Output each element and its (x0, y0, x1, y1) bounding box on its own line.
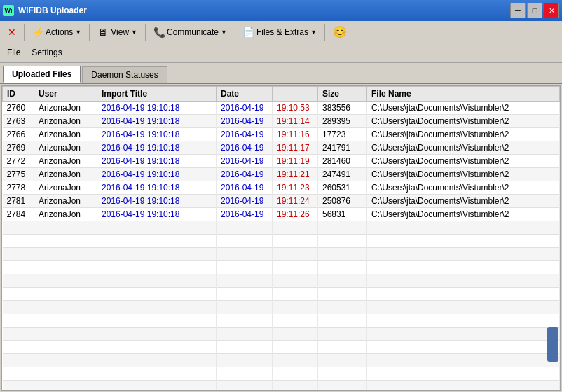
tab-bar: Uploaded Files Daemon Statuses (0, 63, 562, 84)
table-row-empty (3, 274, 560, 288)
cell-user: ArizonaJon (34, 181, 97, 195)
col-header-size: Size (318, 87, 367, 102)
cell-size: 260531 (318, 181, 367, 195)
cell-id: 2769 (3, 141, 34, 155)
view-icon: 🖥 (97, 27, 109, 38)
cell-size: 281460 (318, 155, 367, 168)
window-controls: ─ □ ✕ (510, 3, 559, 18)
cell-time: 19:11:14 (273, 115, 318, 128)
cell-import: 2016-04-19 19:10:18 (97, 181, 217, 195)
cell-id: 2760 (3, 102, 34, 115)
communicate-dropdown-icon: ▼ (221, 29, 227, 36)
menu-files[interactable]: 📄 Files & Extras ▼ (237, 23, 323, 41)
cell-import: 2016-04-19 19:10:18 (97, 155, 217, 168)
tab-daemon-statuses[interactable]: Daemon Statuses (82, 66, 167, 83)
communicate-icon: 📞 (153, 27, 165, 38)
table-header-row: ID User Import Title Date Size File Name (3, 87, 560, 102)
cell-size: 241791 (318, 141, 367, 155)
cell-filename: C:\Users\jta\Documents\Vistumbler\2 (367, 208, 560, 221)
close-button[interactable]: ✕ (544, 3, 559, 18)
cell-filename: C:\Users\jta\Documents\Vistumbler\2 (367, 128, 560, 141)
table-row[interactable]: 2763 ArizonaJon 2016-04-19 19:10:18 2016… (3, 115, 560, 128)
minimize-button[interactable]: ─ (510, 3, 526, 18)
cell-time: 19:11:19 (273, 155, 318, 168)
cell-time: 19:11:23 (273, 181, 318, 195)
table-row-empty (3, 288, 560, 301)
menu-actions-label: Actions (46, 27, 73, 37)
cell-size: 289395 (318, 115, 367, 128)
cell-date: 2016-04-19 (217, 195, 273, 208)
cell-import: 2016-04-19 19:10:18 (97, 208, 217, 221)
menu-smiley[interactable]: 😊 (327, 22, 353, 42)
cell-id: 2784 (3, 208, 34, 221)
table-row-empty (3, 381, 560, 391)
smiley-icon: 😊 (333, 25, 347, 38)
menu-separator-4 (235, 24, 235, 41)
table-row[interactable]: 2766 ArizonaJon 2016-04-19 19:10:18 2016… (3, 128, 560, 141)
cell-date: 2016-04-19 (217, 181, 273, 195)
settings-menu-item[interactable]: Settings (26, 46, 67, 59)
cell-time: 19:11:21 (273, 168, 318, 181)
cell-date: 2016-04-19 (217, 168, 273, 181)
tab-uploaded-files[interactable]: Uploaded Files (3, 66, 81, 83)
file-menu-item[interactable]: File (1, 46, 26, 59)
table-row[interactable]: 2760 ArizonaJon 2016-04-19 19:10:18 2016… (3, 102, 560, 115)
view-dropdown-icon: ▼ (131, 29, 137, 36)
title-bar: Wi WiFiDB Uploader ─ □ ✕ (0, 0, 562, 21)
cell-filename: C:\Users\jta\Documents\Vistumbler\2 (367, 141, 560, 155)
table-row-empty (3, 368, 560, 381)
menu-actions[interactable]: ⚡ Actions ▼ (26, 23, 88, 41)
menu-communicate[interactable]: 📞 Communicate ▼ (147, 23, 233, 41)
cell-user: ArizonaJon (34, 141, 97, 155)
table-row[interactable]: 2772 ArizonaJon 2016-04-19 19:10:18 2016… (3, 155, 560, 168)
cell-date: 2016-04-19 (217, 155, 273, 168)
cell-filename: C:\Users\jta\Documents\Vistumbler\2 (367, 195, 560, 208)
table-row-empty (3, 301, 560, 314)
cell-time: 19:11:16 (273, 128, 318, 141)
data-table: ID User Import Title Date Size File Name… (2, 86, 560, 391)
table-container[interactable]: ID User Import Title Date Size File Name… (1, 85, 561, 391)
cell-user: ArizonaJon (34, 208, 97, 221)
col-header-time (273, 87, 318, 102)
cell-id: 2766 (3, 128, 34, 141)
cell-user: ArizonaJon (34, 115, 97, 128)
cell-filename: C:\Users\jta\Documents\Vistumbler\2 (367, 155, 560, 168)
cell-date: 2016-04-19 (217, 115, 273, 128)
menu-view-label: View (111, 27, 129, 37)
table-row[interactable]: 2778 ArizonaJon 2016-04-19 19:10:18 2016… (3, 181, 560, 195)
cell-date: 2016-04-19 (217, 128, 273, 141)
actions-dropdown-icon: ▼ (75, 29, 81, 36)
cell-filename: C:\Users\jta\Documents\Vistumbler\2 (367, 115, 560, 128)
scroll-handle[interactable] (547, 327, 558, 362)
cell-filename: C:\Users\jta\Documents\Vistumbler\2 (367, 102, 560, 115)
menu-separator-1 (24, 24, 25, 41)
main-content: Uploaded Files Daemon Statuses ID User I… (0, 63, 562, 392)
table-row-empty (3, 354, 560, 368)
menu-separator-2 (89, 24, 90, 41)
cell-id: 2763 (3, 115, 34, 128)
cell-time: 19:11:24 (273, 195, 318, 208)
table-row-empty (3, 221, 560, 234)
table-row[interactable]: 2781 ArizonaJon 2016-04-19 19:10:18 2016… (3, 195, 560, 208)
cell-size: 56831 (318, 208, 367, 221)
cell-size: 17723 (318, 128, 367, 141)
actions-icon: ⚡ (32, 27, 43, 38)
cell-user: ArizonaJon (34, 102, 97, 115)
cell-filename: C:\Users\jta\Documents\Vistumbler\2 (367, 168, 560, 181)
table-row[interactable]: 2775 ArizonaJon 2016-04-19 19:10:18 2016… (3, 168, 560, 181)
menu-view[interactable]: 🖥 View ▼ (91, 23, 144, 41)
table-row[interactable]: 2769 ArizonaJon 2016-04-19 19:10:18 2016… (3, 141, 560, 155)
cell-id: 2778 (3, 181, 34, 195)
cell-id: 2781 (3, 195, 34, 208)
table-row-empty (3, 261, 560, 274)
cell-time: 19:10:53 (273, 102, 318, 115)
table-row[interactable]: 2784 ArizonaJon 2016-04-19 19:10:18 2016… (3, 208, 560, 221)
maximize-button[interactable]: □ (527, 3, 542, 18)
table-row-empty (3, 314, 560, 328)
menu-close[interactable]: ✕ (1, 23, 22, 41)
cell-time: 19:11:17 (273, 141, 318, 155)
menu-separator-5 (324, 24, 325, 41)
col-header-filename: File Name (367, 87, 560, 102)
cell-user: ArizonaJon (34, 128, 97, 141)
table-row-empty (3, 248, 560, 261)
